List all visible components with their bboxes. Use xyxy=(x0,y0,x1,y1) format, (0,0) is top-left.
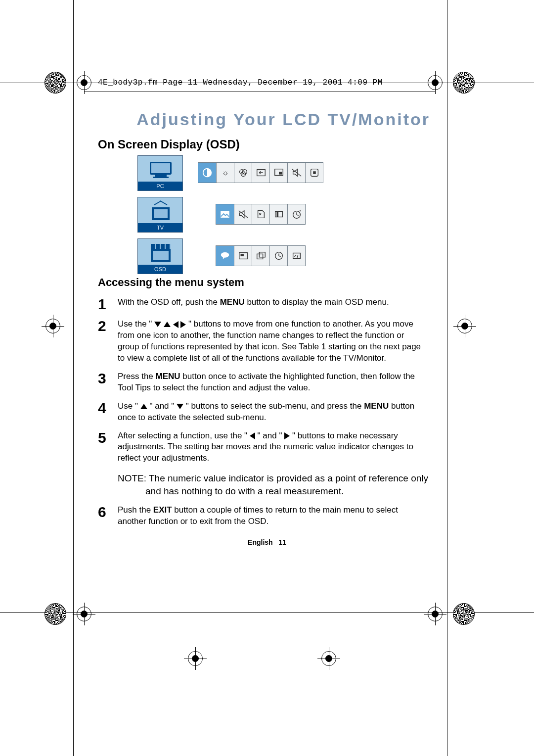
section-heading-osd: On Screen Display (OSD) xyxy=(98,138,240,151)
svg-rect-10 xyxy=(275,212,282,217)
pip-icon xyxy=(269,163,287,183)
step-number: 4 xyxy=(98,401,118,424)
osd-row-tv: TV xyxy=(137,197,183,233)
osd-row-osd: OSD xyxy=(137,238,183,274)
step-number: 1 xyxy=(98,297,118,312)
step-item: 1 With the OSD off, push the MENU button… xyxy=(98,297,424,312)
svg-rect-16 xyxy=(240,254,243,256)
osd-window-icon xyxy=(151,244,171,263)
position-icon xyxy=(252,163,269,183)
step-number: 5 xyxy=(98,430,118,465)
step-item: 5 After selecting a function, use the " … xyxy=(98,430,424,465)
svg-rect-9 xyxy=(221,211,229,218)
osd-mode-label: PC xyxy=(138,182,182,190)
step-item: 6 Push the EXIT button a couple of times… xyxy=(98,505,424,527)
step-text: Press the MENU button once to activate t… xyxy=(118,371,424,394)
exit-icon xyxy=(305,163,323,183)
registration-target xyxy=(77,75,91,90)
step-text: After selecting a function, use the " " … xyxy=(118,430,424,465)
svg-rect-8 xyxy=(313,171,316,174)
svg-rect-18 xyxy=(259,252,265,257)
svg-rect-17 xyxy=(257,254,263,259)
registration-target xyxy=(457,319,472,333)
step-item: 2 Use the " " buttons to move from one f… xyxy=(98,319,424,364)
multi-window-icon xyxy=(252,246,269,266)
step-text: Use the " " buttons to move from one fun… xyxy=(118,319,424,364)
registration-mark xyxy=(44,603,66,625)
footer-language: English xyxy=(248,538,273,546)
audio-icon xyxy=(287,163,305,183)
svg-rect-11 xyxy=(276,212,278,217)
step-item: 4 Use " " and " " buttons to select the … xyxy=(98,401,424,424)
osd-mode-block-tv: TV xyxy=(137,197,183,233)
osd-position-icon xyxy=(234,246,252,266)
screen-icon xyxy=(269,204,287,224)
inner-rule xyxy=(84,92,435,92)
step-number: 2 xyxy=(98,319,118,364)
registration-target xyxy=(428,607,443,621)
osd-icon-bar-pc: ☼ xyxy=(198,162,323,183)
step-item: 3 Press the MENU button once to activate… xyxy=(98,371,424,394)
registration-mark xyxy=(453,72,475,94)
osd-timer-icon xyxy=(269,246,287,266)
audio-icon xyxy=(234,204,252,224)
registration-target xyxy=(428,75,443,90)
brightness-icon: ☼ xyxy=(216,163,234,183)
steps-list: 1 With the OSD off, push the MENU button… xyxy=(98,290,424,527)
step-text: Push the EXIT button a couple of times t… xyxy=(118,505,424,527)
pc-monitor-icon xyxy=(150,162,172,179)
registration-target xyxy=(188,651,203,666)
picture-icon xyxy=(216,204,234,224)
step-text: With the OSD off, push the MENU button t… xyxy=(118,297,389,312)
language-icon xyxy=(216,246,234,266)
crop-line-right xyxy=(447,0,447,756)
tv-icon xyxy=(152,202,170,221)
section-heading-access: Accessing the menu system xyxy=(98,276,244,289)
step-number: 6 xyxy=(98,505,118,527)
step-text: Use " " and " " buttons to select the su… xyxy=(118,401,424,424)
registration-target xyxy=(77,607,91,621)
page-footer: English 11 xyxy=(0,538,534,546)
note-text: NOTE: The numeric value indicator is pro… xyxy=(118,472,429,497)
osd-mode-label: TV xyxy=(138,223,182,232)
registration-mark xyxy=(453,603,475,625)
osd-icon-bar-osd xyxy=(216,245,306,266)
osd-icon-bar-tv: z xyxy=(216,204,306,225)
reset-icon xyxy=(287,246,305,266)
registration-target xyxy=(321,651,336,666)
osd-mode-block-pc: PC xyxy=(137,155,183,191)
timer-icon: z xyxy=(287,204,305,224)
page-title: Adjusting Your LCD TV/Monitor xyxy=(0,110,430,129)
step-number: 3 xyxy=(98,371,118,394)
footer-page-number: 11 xyxy=(278,538,286,546)
svg-text:z: z xyxy=(299,209,301,213)
registration-target xyxy=(45,319,60,333)
contrast-icon xyxy=(198,163,216,183)
svg-rect-20 xyxy=(293,253,300,259)
page-header-meta: 4E_body3p.fm Page 11 Wednesday, December… xyxy=(98,78,383,87)
color-icon xyxy=(234,163,252,183)
osd-row-pc: PC xyxy=(137,155,183,191)
svg-rect-6 xyxy=(279,172,282,175)
channel-icon xyxy=(252,204,269,224)
osd-mode-label: OSD xyxy=(138,265,182,274)
registration-mark xyxy=(44,72,66,94)
svg-point-14 xyxy=(221,252,229,258)
osd-mode-block-osd: OSD xyxy=(137,238,183,274)
